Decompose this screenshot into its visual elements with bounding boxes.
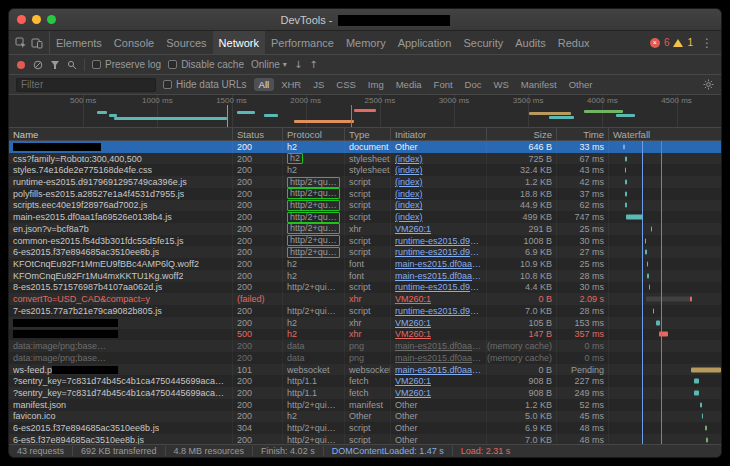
inspect-element-icon[interactable] [15, 37, 27, 49]
column-header-initiator[interactable]: Initiator [390, 128, 486, 140]
filter-pill-doc[interactable]: Doc [460, 78, 487, 91]
column-header-protocol[interactable]: Protocol [282, 128, 344, 140]
initiator-link[interactable]: VM260:1 [395, 376, 431, 386]
table-row[interactable]: 6-es2015.f37e894685ac3510ee8b.js304http/… [9, 422, 721, 434]
column-header-name[interactable]: Name [9, 128, 232, 140]
initiator-link[interactable]: main-es2015.df0aa1f…js:1 [395, 259, 482, 269]
table-row[interactable]: ws-feed.p101websocketwebsocketmain-es201… [9, 364, 721, 376]
close-window-button[interactable] [17, 15, 26, 24]
table-row[interactable]: 500h2xhrVM260:1147 B357 ms [9, 329, 721, 341]
filter-pill-xhr[interactable]: XHR [276, 78, 306, 91]
filter-toggle-icon[interactable] [50, 60, 60, 70]
error-badge-icon[interactable]: × [650, 38, 660, 48]
initiator-link[interactable]: (index) [395, 189, 423, 199]
import-har-icon[interactable]: ↓ [294, 59, 302, 70]
initiator-link[interactable]: runtime-es2015.d9179691…js:1 [395, 236, 482, 246]
table-row[interactable]: 200h2documentOther646 B33 ms [9, 141, 721, 153]
filter-pill-all[interactable]: All [254, 78, 275, 91]
initiator-link[interactable]: (index) [395, 165, 423, 175]
table-row[interactable]: scripts.eec40e19f28976ad7002.js200http/2… [9, 200, 721, 212]
table-row[interactable]: KFOmCnqEu92Fr1Mu4mxKKTU1Kg.woff2200h2fon… [9, 270, 721, 282]
tab-console[interactable]: Console [108, 31, 160, 54]
filter-pill-media[interactable]: Media [391, 78, 427, 91]
initiator-link[interactable]: VM260:1 [395, 318, 431, 328]
filter-pill-css[interactable]: CSS [331, 78, 361, 91]
column-header-type[interactable]: Type [344, 128, 390, 140]
device-toolbar-icon[interactable] [31, 37, 43, 49]
table-row[interactable]: en.json?v=bcf8a7b200http/2+quic/99xhrVM2… [9, 223, 721, 235]
filter-input[interactable] [16, 78, 156, 92]
table-row[interactable]: 6-es5.f37e894685ac3510ee8b.js200http/2+q… [9, 434, 721, 444]
tab-sources[interactable]: Sources [160, 31, 212, 54]
tab-performance[interactable]: Performance [265, 31, 340, 54]
initiator-link[interactable]: runtime-es2015.d9179691…js:1 [395, 247, 482, 257]
more-options-icon[interactable]: ⋮ [697, 36, 713, 50]
tab-security[interactable]: Security [457, 31, 509, 54]
column-header-time[interactable]: Time [556, 128, 608, 140]
column-header-size[interactable]: Size [486, 128, 556, 140]
filter-pill-manifest[interactable]: Manifest [516, 78, 562, 91]
search-icon[interactable] [67, 60, 77, 70]
initiator-link[interactable]: runtime-es2015.d9179691…js:1 [395, 282, 482, 292]
filter-pill-font[interactable]: Font [429, 78, 458, 91]
tab-network[interactable]: Network [213, 31, 265, 54]
initiator-link[interactable]: VM260:1 [395, 224, 431, 234]
table-row[interactable]: ?sentry_key=7c831d74b45c4b1ca4750445699a… [9, 387, 721, 399]
initiator-link[interactable]: VM260:1 [395, 329, 431, 339]
export-har-icon[interactable]: ↑ [309, 59, 317, 70]
tab-elements[interactable]: Elements [50, 31, 108, 54]
table-row[interactable]: manifest.json200http/2+quic/99manifestOt… [9, 399, 721, 411]
error-count[interactable]: 6 [664, 37, 670, 48]
record-network-log-button[interactable] [16, 60, 26, 70]
initiator-link[interactable]: main-es2015.df0aa1f…js:1 [395, 341, 482, 351]
initiator-link[interactable]: main-es2015.df0aa1f…js:1 [395, 353, 482, 363]
overview-band[interactable]: 500 ms1000 ms1500 ms2000 ms2500 ms3000 m… [9, 95, 721, 128]
hide-data-urls-checkbox[interactable] [163, 80, 172, 89]
filter-pill-ws[interactable]: WS [489, 78, 514, 91]
column-header-waterfall[interactable]: Waterfall [608, 128, 721, 140]
table-row[interactable]: ?sentry_key=7c831d74b45c4b1ca4750445699a… [9, 375, 721, 387]
column-header-status[interactable]: Status [232, 128, 282, 140]
initiator-link[interactable]: main-es2015.df0aa1f…js:1 [395, 365, 482, 375]
initiator-link[interactable]: (index) [395, 154, 423, 164]
table-row[interactable]: css?family=Roboto:300,400,500200h2styles… [9, 153, 721, 165]
preserve-log-checkbox[interactable] [92, 60, 101, 69]
initiator-link[interactable]: (index) [395, 177, 423, 187]
table-row[interactable]: data:image/png;base…200datapngmain-es201… [9, 340, 721, 352]
table-row[interactable]: 7-es2015.77a7b21e79ca9082b805.js200http/… [9, 305, 721, 317]
table-row[interactable]: runtime-es2015.d9179691295749ca396e.js20… [9, 176, 721, 188]
zoom-window-button[interactable] [47, 15, 56, 24]
initiator-link[interactable]: (index) [395, 212, 423, 222]
tab-redux[interactable]: Redux [552, 31, 596, 54]
table-row[interactable]: data:image/png;base…200datapngmain-es201… [9, 352, 721, 364]
initiator-link[interactable]: (index) [395, 200, 423, 210]
table-row[interactable]: favicon.ico200h2OtherOther5.0 KB45 ms [9, 411, 721, 423]
tab-memory[interactable]: Memory [340, 31, 392, 54]
warning-badge-icon[interactable] [673, 39, 683, 47]
table-row[interactable]: KFOtCnqEu92Fr1MmEU9fBBc4AMP6lQ.woff2200h… [9, 258, 721, 270]
table-row[interactable]: styles.74e16de2e775168de4fe.css200h2styl… [9, 164, 721, 176]
table-row[interactable]: 8-es2015.571576987b4107aa062d.js200http/… [9, 282, 721, 294]
table-row[interactable]: 200h2xhrVM260:1105 B153 ms [9, 317, 721, 329]
initiator-link[interactable]: main-es2015.df0aa1f…js:1 [395, 271, 482, 281]
initiator-link[interactable]: VM260:1 [395, 388, 431, 398]
table-row[interactable]: 6-es2015.f37e894685ac3510ee8b.js200http/… [9, 246, 721, 258]
tab-application[interactable]: Application [392, 31, 458, 54]
network-settings-icon[interactable] [703, 79, 714, 90]
initiator-link[interactable]: VM260:1 [395, 294, 431, 304]
disable-cache-checkbox[interactable] [168, 60, 177, 69]
warning-count[interactable]: 1 [687, 37, 693, 48]
filter-pill-js[interactable]: JS [308, 78, 329, 91]
filter-pill-img[interactable]: Img [363, 78, 389, 91]
table-row[interactable]: convertTo=USD_CAD&compact=y(failed)xhrVM… [9, 293, 721, 305]
table-row[interactable]: common-es2015.f54d3b301fdc55d5fe15.js200… [9, 235, 721, 247]
clear-network-log-button[interactable] [33, 60, 43, 70]
table-row[interactable]: polyfills-es2015.a28527e1a4f4531d7955.js… [9, 188, 721, 200]
initiator-link[interactable]: runtime-es2015.d9179691…js:1 [395, 306, 482, 316]
cell-waterfall [608, 364, 721, 376]
tab-audits[interactable]: Audits [509, 31, 552, 54]
throttling-dropdown[interactable]: Online ▾ [251, 59, 287, 70]
minimize-window-button[interactable] [32, 15, 41, 24]
table-row[interactable]: main-es2015.df0aa1fa69526e0138b4.js200ht… [9, 211, 721, 223]
filter-pill-other[interactable]: Other [564, 78, 598, 91]
